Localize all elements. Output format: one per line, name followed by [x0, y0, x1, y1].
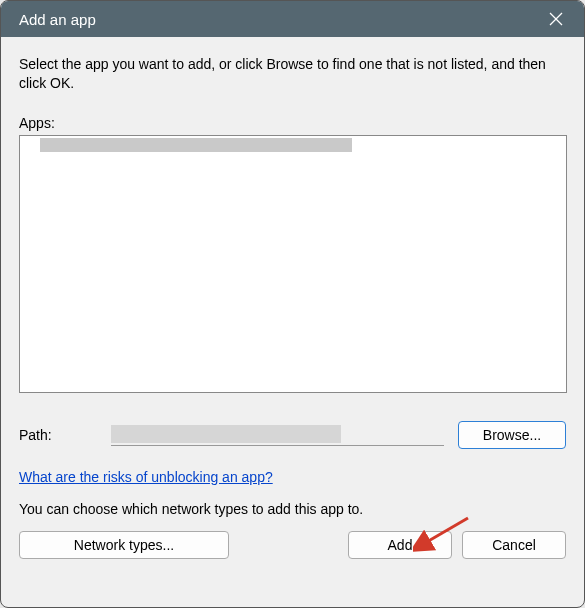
path-input[interactable]	[111, 424, 444, 446]
titlebar: Add an app	[1, 1, 584, 37]
risks-link[interactable]: What are the risks of unblocking an app?	[19, 469, 273, 485]
add-app-dialog: Add an app Select the app you want to ad…	[0, 0, 585, 608]
close-icon	[549, 12, 563, 26]
network-types-button[interactable]: Network types...	[19, 531, 229, 559]
dialog-content: Select the app you want to add, or click…	[1, 37, 584, 573]
browse-button[interactable]: Browse...	[458, 421, 566, 449]
app-icon	[22, 138, 40, 152]
instruction-text: Select the app you want to add, or click…	[19, 55, 566, 93]
path-value-redacted	[111, 425, 341, 443]
network-types-text: You can choose which network types to ad…	[19, 501, 566, 517]
dialog-title: Add an app	[19, 11, 96, 28]
cancel-button[interactable]: Cancel	[462, 531, 566, 559]
path-row: Path: Browse...	[19, 421, 566, 449]
app-name-redacted	[40, 138, 352, 152]
apps-listbox[interactable]	[19, 135, 567, 393]
add-button[interactable]: Add	[348, 531, 452, 559]
apps-label: Apps:	[19, 115, 566, 131]
close-button[interactable]	[542, 5, 570, 33]
list-item[interactable]	[20, 136, 566, 154]
path-label: Path:	[19, 427, 111, 443]
button-row: Network types... Add Cancel	[19, 531, 566, 559]
